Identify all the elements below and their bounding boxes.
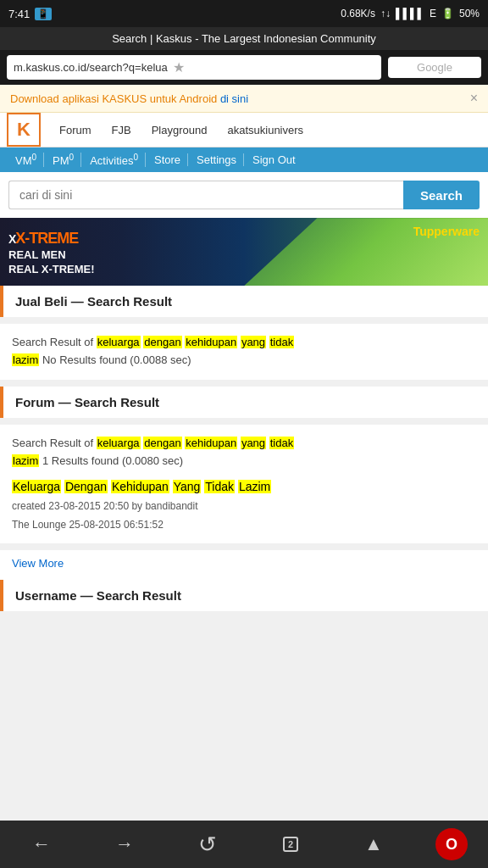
- bars-icon: ▌▌▌▌: [396, 8, 424, 19]
- vm-counter[interactable]: VM0: [8, 153, 44, 167]
- settings-link[interactable]: Settings: [190, 153, 244, 166]
- store-link[interactable]: Store: [147, 153, 188, 166]
- banner-slogan: REAL MEN REAL X-TREME!: [8, 248, 95, 277]
- activities-counter[interactable]: Activities0: [83, 153, 146, 167]
- main-nav: Forum FJB Playground akatsukiunivers: [49, 114, 313, 147]
- username-header: Username — Search Result: [0, 580, 488, 611]
- network-speed: 0.68K/s: [341, 8, 375, 19]
- search-input[interactable]: [8, 181, 403, 209]
- nav-playground[interactable]: Playground: [141, 114, 218, 147]
- banner-right: Tupperware: [413, 225, 480, 238]
- kaskus-logo[interactable]: K: [7, 113, 41, 147]
- jual-beli-header: Jual Beli — Search Result: [0, 286, 488, 317]
- battery-icon: 🔋: [441, 8, 454, 19]
- download-link[interactable]: di sini: [220, 92, 248, 105]
- url-text: m.kaskus.co.id/search?q=kelua: [14, 61, 168, 74]
- download-text: Download aplikasi KASKUS untuk Android d…: [10, 92, 248, 105]
- browser-bar: m.kaskus.co.id/search?q=kelua ★ Google: [0, 50, 488, 85]
- banner-left: XX-TREME REAL MEN REAL X-TREME!: [8, 226, 95, 277]
- forum-header: Forum — Search Result: [0, 387, 488, 418]
- google-search-bar[interactable]: Google: [388, 57, 481, 78]
- time: 7:41: [8, 8, 30, 20]
- search-button[interactable]: Search: [403, 181, 480, 209]
- nav-fjb[interactable]: FJB: [102, 114, 141, 147]
- jual-beli-result: Search Result of keluarga dengan kehidup…: [0, 324, 488, 380]
- nav-forum[interactable]: Forum: [49, 114, 102, 147]
- url-bar[interactable]: m.kaskus.co.id/search?q=kelua ★: [7, 55, 381, 80]
- username-section: Username — Search Result: [0, 580, 488, 611]
- forum-section: Forum — Search Result Search Result of k…: [0, 387, 488, 580]
- bookmark-icon[interactable]: ★: [173, 59, 185, 75]
- view-more-link[interactable]: View More: [0, 550, 488, 580]
- result-created: created 23-08-2015 20:50 by bandibandit: [12, 498, 476, 515]
- status-bar: 7:41 📱 0.68K/s ↑↓ ▌▌▌▌ E 🔋 50%: [0, 0, 488, 27]
- banner-brand-name: XX-TREME: [8, 226, 95, 248]
- pm-counter[interactable]: PM0: [46, 153, 81, 167]
- close-banner-button[interactable]: ×: [470, 91, 478, 106]
- battery-level: 50%: [459, 8, 480, 19]
- search-section: Search: [0, 172, 488, 218]
- jual-beli-section: Jual Beli — Search Result Search Result …: [0, 286, 488, 380]
- result-location: The Lounge 25-08-2015 06:51:52: [12, 517, 476, 533]
- result-title: Keluarga Dengan Kehidupan Yang Tidak Laz…: [12, 477, 476, 496]
- browser-title: Search | Kaskus - The Largest Indonesian…: [0, 27, 488, 50]
- download-banner: Download aplikasi KASKUS untuk Android d…: [0, 85, 488, 113]
- promo-banner[interactable]: XX-TREME REAL MEN REAL X-TREME! Tupperwa…: [0, 218, 488, 286]
- main-content: Jual Beli — Search Result Search Result …: [0, 286, 488, 669]
- signal-icon: ↑↓: [380, 8, 391, 19]
- app-icon: 📱: [35, 8, 52, 20]
- nav-akatsuki[interactable]: akatsukiunivers: [217, 114, 313, 147]
- network-type: E: [430, 8, 436, 19]
- signout-link[interactable]: Sign Out: [246, 153, 302, 166]
- site-header: K Forum FJB Playground akatsukiunivers: [0, 113, 488, 147]
- user-bar: VM0 PM0 Activities0 Store Settings Sign …: [0, 147, 488, 172]
- forum-result: Search Result of keluarga dengan kehidup…: [0, 425, 488, 543]
- forum-result-item[interactable]: Keluarga Dengan Kehidupan Yang Tidak Laz…: [12, 477, 476, 534]
